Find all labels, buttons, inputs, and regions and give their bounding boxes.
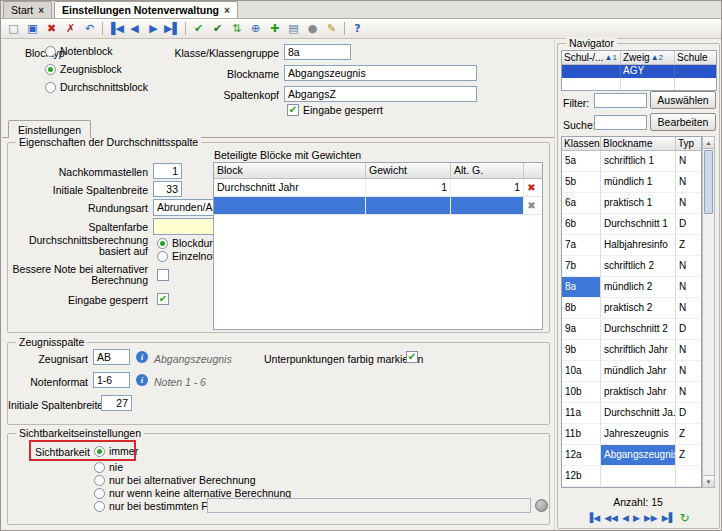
cell-blockname[interactable]: mündlich 2 xyxy=(601,277,676,298)
cell-typ[interactable]: D xyxy=(676,319,701,340)
accept-all-icon[interactable]: ✔ xyxy=(208,20,227,37)
school-cell[interactable]: AGY xyxy=(621,65,675,78)
radio-notenblock[interactable]: Notenblock xyxy=(45,45,113,57)
cell-typ[interactable]: D xyxy=(676,403,701,424)
cell-typ[interactable] xyxy=(676,466,701,487)
nav-next-icon[interactable]: ▶ xyxy=(633,513,640,523)
column-header-typ[interactable]: Typ xyxy=(676,137,701,150)
cell-klassengruppe[interactable]: 6b xyxy=(562,214,601,235)
scrollbar-thumb[interactable] xyxy=(704,150,713,214)
cell-typ[interactable]: N xyxy=(676,277,701,298)
cell-typ[interactable]: Z xyxy=(676,424,701,445)
cancel-icon[interactable]: ✗ xyxy=(61,20,80,37)
cell-klassengruppe[interactable]: 9b xyxy=(562,340,601,361)
cell-blockname-selected[interactable]: Abgangszeugnis xyxy=(601,445,676,466)
notenformat-input[interactable]: 1-6 xyxy=(93,372,130,388)
refresh-icon[interactable]: ↻ xyxy=(680,511,690,525)
checkbox-bessere-note[interactable] xyxy=(157,269,169,281)
column-header-zweig[interactable]: Zweig ▲2 xyxy=(621,51,675,64)
faecher-input[interactable] xyxy=(207,498,531,513)
nav-next-icon[interactable]: ▶ xyxy=(144,20,163,37)
spaltenbreite-input[interactable]: 33 xyxy=(153,181,182,197)
checkbox-unterpunktungen[interactable]: ✔ xyxy=(406,351,418,363)
cell-typ[interactable]: N xyxy=(676,151,701,172)
filter-input[interactable] xyxy=(594,93,647,108)
nav-next-page-icon[interactable]: ▶▶ xyxy=(644,513,658,523)
cell-klassengruppe[interactable]: 5a xyxy=(562,151,601,172)
close-icon[interactable]: × xyxy=(38,5,44,16)
cell-klassengruppe[interactable]: 5b xyxy=(562,172,601,193)
checkbox-eingabe-gesperrt-header[interactable]: ✔ Eingabe gesperrt xyxy=(287,104,383,116)
tab-start[interactable]: Start × xyxy=(3,1,52,18)
school-row-selected[interactable]: AGY xyxy=(562,65,716,78)
school-cell[interactable] xyxy=(675,78,716,91)
cell-blockname[interactable]: praktisch 2 xyxy=(601,298,676,319)
klasse-input[interactable]: 8a xyxy=(284,44,351,60)
cell-typ[interactable]: N xyxy=(676,172,701,193)
search-plus-icon[interactable]: ⊕ xyxy=(246,20,265,37)
add-icon[interactable]: ✚ xyxy=(265,20,284,37)
nachkommastellen-input[interactable]: 1 xyxy=(153,163,182,179)
cell-blockname[interactable]: schriftlich 1 xyxy=(601,151,676,172)
cell-klassengruppe[interactable]: 6a xyxy=(562,193,601,214)
cell-typ[interactable]: Z xyxy=(676,445,701,466)
cell-altg[interactable] xyxy=(451,197,524,214)
edit-icon[interactable]: ✎ xyxy=(322,20,341,37)
radio-durchschnittsblock[interactable]: Durchschnittsblock xyxy=(45,81,148,93)
cell-blockname[interactable]: Jahreszeugnis xyxy=(601,424,676,445)
cell-typ[interactable]: N xyxy=(676,256,701,277)
cell-typ[interactable]: N xyxy=(676,340,701,361)
nav-prev-icon[interactable]: ◀ xyxy=(125,20,144,37)
close-icon[interactable]: × xyxy=(224,5,230,16)
column-header-altg[interactable]: Alt. G. xyxy=(451,163,524,178)
cell-typ[interactable]: D xyxy=(676,214,701,235)
zeugnisart-input[interactable]: AB xyxy=(93,349,130,365)
school-cell[interactable] xyxy=(621,78,675,91)
school-row[interactable] xyxy=(562,78,716,91)
column-header-schule[interactable]: Schule xyxy=(675,51,716,64)
nav-prev-icon[interactable]: ◀ xyxy=(622,513,629,523)
cell-typ[interactable]: Z xyxy=(676,235,701,256)
cell-blockname[interactable]: Durchschnitt 1 xyxy=(601,214,676,235)
bearbeiten-button[interactable]: Bearbeiten xyxy=(650,113,716,131)
nav-first-icon[interactable]: ▐◀ xyxy=(106,20,125,37)
faecher-picker-button[interactable] xyxy=(535,499,548,512)
cell-klassengruppe[interactable]: 11b xyxy=(562,424,601,445)
print-icon[interactable]: ▤ xyxy=(284,20,303,37)
cell-klassengruppe[interactable]: 12b xyxy=(562,466,601,487)
cell-blockname[interactable]: mündlich Jahr xyxy=(601,361,676,382)
scroll-up-icon[interactable]: ▲ xyxy=(703,137,714,149)
new-icon[interactable]: □ xyxy=(4,20,23,37)
column-header-klassengruppe[interactable]: Klassengru... xyxy=(562,137,601,150)
nav-first-icon[interactable]: ▐◀ xyxy=(586,513,600,523)
cell-klassengruppe[interactable]: 11a xyxy=(562,403,601,424)
cell-block[interactable] xyxy=(214,197,366,214)
checkbox-eingabe-gesperrt[interactable]: ✔ xyxy=(157,293,169,305)
cell-blockname[interactable]: schriftlich Jahr xyxy=(601,340,676,361)
column-header-gewicht[interactable]: Gewicht xyxy=(366,163,451,178)
school-cell[interactable] xyxy=(675,65,716,78)
school-cell[interactable] xyxy=(562,65,621,78)
cell-klassengruppe[interactable]: 9a xyxy=(562,319,601,340)
nav-last-icon[interactable]: ▶▌ xyxy=(662,513,676,523)
sort-icon[interactable]: ⇅ xyxy=(227,20,246,37)
cell-blockname[interactable]: praktisch Jahr xyxy=(601,382,676,403)
column-header-schule-nr[interactable]: Schul-/... ▲1 xyxy=(562,51,621,64)
cell-klassengruppe[interactable]: 12a xyxy=(562,445,601,466)
cell-klassengruppe-selected[interactable]: 8a xyxy=(562,277,601,298)
cell-block[interactable]: Durchschnitt Jahr xyxy=(214,179,366,196)
cell-klassengruppe[interactable]: 7a xyxy=(562,235,601,256)
radio-zeugnisblock[interactable]: Zeugnisblock xyxy=(45,63,122,75)
blockname-input[interactable]: Abgangszeugnis xyxy=(284,65,477,81)
tab-einstellungen-inner[interactable]: Einstellungen xyxy=(8,120,91,138)
spaltenkopf-input[interactable]: AbgangsZ xyxy=(284,86,477,102)
cell-typ[interactable]: N xyxy=(676,193,701,214)
delete-icon[interactable]: ✖ xyxy=(42,20,61,37)
cell-blockname[interactable] xyxy=(601,466,676,487)
cell-blockname[interactable]: Durchschnitt 2 xyxy=(601,319,676,340)
cell-blockname[interactable]: Durchschnitt Ja... xyxy=(601,403,676,424)
radio-nur-alternative[interactable]: nur bei alternativer Berechnung xyxy=(94,474,256,486)
cell-blockname[interactable]: praktisch 1 xyxy=(601,193,676,214)
cell-blockname[interactable]: schriftlich 2 xyxy=(601,256,676,277)
help-icon[interactable]: ? xyxy=(348,20,367,37)
